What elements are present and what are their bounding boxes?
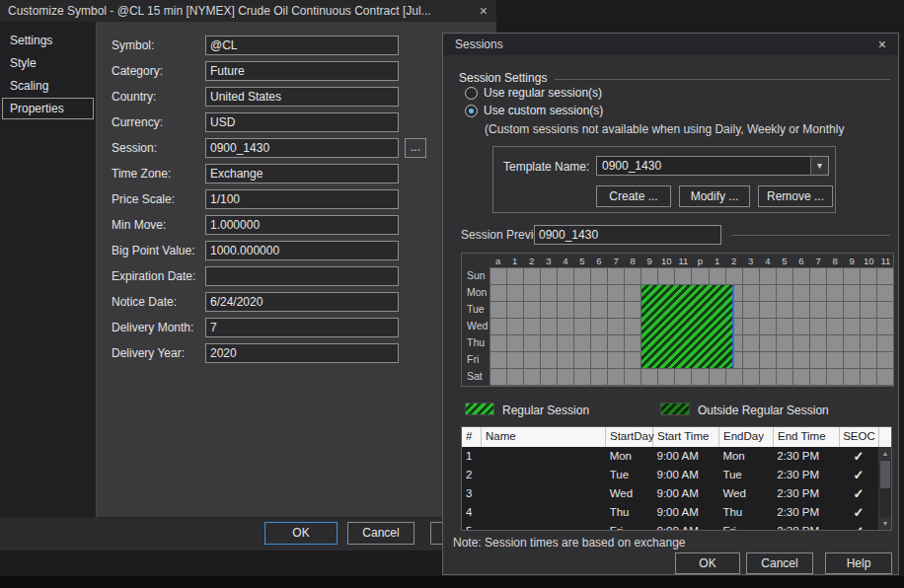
grid-cell (827, 352, 844, 369)
table-row[interactable]: 2 Tue 9:00 AM Tue 2:30 PM ✓ (462, 466, 878, 484)
grid-cell (793, 302, 810, 319)
grid-cell (827, 302, 844, 319)
template-name-select[interactable]: 0900_1430 ▾ (596, 156, 829, 176)
grid-cell (692, 369, 709, 386)
big-point-value-input[interactable] (205, 241, 399, 260)
grid-cell (793, 369, 810, 386)
grid-cell (625, 352, 641, 369)
country-input[interactable] (205, 87, 399, 107)
use-regular-sessions-option[interactable]: Use regular session(s) (465, 85, 602, 101)
header-start-day[interactable]: StartDay (606, 427, 653, 447)
field-row-min-move: Min Move: (0, 215, 496, 235)
grid-cell (810, 352, 827, 369)
grid-cell (726, 369, 743, 386)
field-row-currency: Currency: (0, 112, 496, 132)
chevron-down-icon[interactable]: ▾ (810, 157, 828, 175)
category-input[interactable] (205, 61, 399, 81)
grid-cell (524, 319, 541, 335)
cell-start-time: 9:00 AM (653, 522, 719, 530)
radio-selected-icon[interactable] (465, 105, 478, 117)
table-row[interactable]: 1 Mon 9:00 AM Mon 2:30 PM ✓ (462, 447, 878, 466)
group-divider (555, 79, 890, 80)
hour-label: 2 (523, 254, 540, 267)
grid-cell (827, 319, 844, 335)
hour-label: 2 (725, 254, 742, 267)
delivery-month-input[interactable] (205, 318, 399, 337)
grid-cell (827, 268, 844, 285)
table-row[interactable]: 4 Thu 9:00 AM Thu 2:30 PM ✓ (462, 503, 878, 522)
grid-cell (760, 369, 777, 386)
hour-label: 6 (792, 254, 809, 267)
table-scrollbar[interactable]: ▲ ▼ (878, 447, 891, 530)
day-label: Mon (462, 284, 490, 301)
min-move-input[interactable] (205, 215, 399, 235)
table-row[interactable]: 5 Fri 9:00 AM Fri 2:30 PM ✓ (462, 522, 878, 530)
hour-label: 4 (557, 254, 573, 267)
scrollbar-thumb[interactable] (880, 461, 890, 488)
expiration-date-input[interactable] (205, 266, 399, 286)
field-row-delivery-month: Delivery Month: (0, 318, 496, 337)
notice-date-input[interactable] (205, 292, 399, 312)
hour-label: 3 (742, 254, 759, 267)
table-row[interactable]: 3 Wed 9:00 AM Wed 2:30 PM ✓ (462, 484, 878, 503)
close-icon[interactable]: × (878, 34, 886, 55)
header-start-time[interactable]: Start Time (653, 427, 719, 447)
grid-cell (777, 369, 793, 386)
sessions-cancel-button[interactable]: Cancel (746, 552, 813, 574)
session-block (641, 285, 734, 368)
cancel-button[interactable]: Cancel (347, 522, 414, 545)
cell-name (482, 503, 606, 522)
exchange-note: Note: Session times are based on exchang… (453, 536, 685, 550)
grid-cell (861, 268, 877, 285)
header-seoc[interactable]: SEOC (840, 427, 879, 447)
sessions-help-button[interactable]: Help (825, 552, 892, 574)
hour-label: 5 (573, 254, 590, 267)
grid-cell (608, 319, 625, 335)
grid-cell (507, 369, 524, 386)
grid-cell (810, 268, 827, 285)
grid-cell (760, 319, 777, 335)
cell-name (482, 447, 606, 466)
header-end-time[interactable]: End Time (774, 427, 840, 447)
main-title-bar[interactable]: Customize Symbol - @CL 15 min [NYMEX] Cr… (0, 0, 496, 22)
remove-button[interactable]: Remove ... (758, 185, 833, 207)
session-preview-input[interactable] (534, 225, 721, 245)
radio-unselected-icon[interactable] (465, 87, 478, 100)
modify-button[interactable]: Modify ... (679, 185, 750, 207)
use-custom-sessions-label: Use custom session(s) (484, 104, 603, 117)
grid-cell (574, 268, 591, 285)
sessions-ok-button[interactable]: OK (675, 552, 740, 574)
delivery-year-input[interactable] (205, 343, 399, 363)
header-num[interactable]: # (462, 427, 482, 447)
hour-label: 10 (861, 254, 877, 267)
use-custom-sessions-option[interactable]: Use custom session(s) (465, 103, 603, 118)
template-group-box: Template Name: 0900_1430 ▾ Create ... Mo… (492, 146, 836, 213)
sessions-title-bar[interactable]: Sessions × (443, 34, 898, 55)
grid-cell (844, 352, 861, 369)
grid-cell (558, 285, 574, 302)
scroll-up-icon[interactable]: ▲ (879, 447, 891, 460)
close-icon[interactable]: × (480, 0, 488, 22)
grid-cell (558, 352, 574, 369)
timezone-input[interactable] (205, 164, 399, 184)
field-row-price-scale: Price Scale: (0, 189, 496, 209)
ok-button[interactable]: OK (264, 522, 338, 545)
create-button[interactable]: Create ... (596, 185, 671, 207)
field-row-big-point-value: Big Point Value: (0, 241, 496, 260)
day-label: Thu (462, 334, 490, 351)
grid-cell (777, 319, 793, 335)
session-browse-button[interactable]: ... (405, 138, 426, 158)
header-end-day[interactable]: EndDay (719, 427, 774, 447)
price-scale-input[interactable] (205, 189, 399, 209)
grid-cell (861, 319, 877, 335)
header-name[interactable]: Name (482, 427, 606, 447)
hour-label: 1 (709, 254, 725, 267)
cell-end-time: 2:30 PM (773, 466, 839, 484)
symbol-input[interactable] (205, 36, 399, 55)
scroll-down-icon[interactable]: ▼ (879, 517, 891, 530)
session-input[interactable] (205, 138, 399, 158)
currency-input[interactable] (205, 112, 399, 132)
category-label: Category: (112, 64, 163, 78)
grid-cell (591, 352, 608, 369)
grid-cell (524, 302, 541, 319)
